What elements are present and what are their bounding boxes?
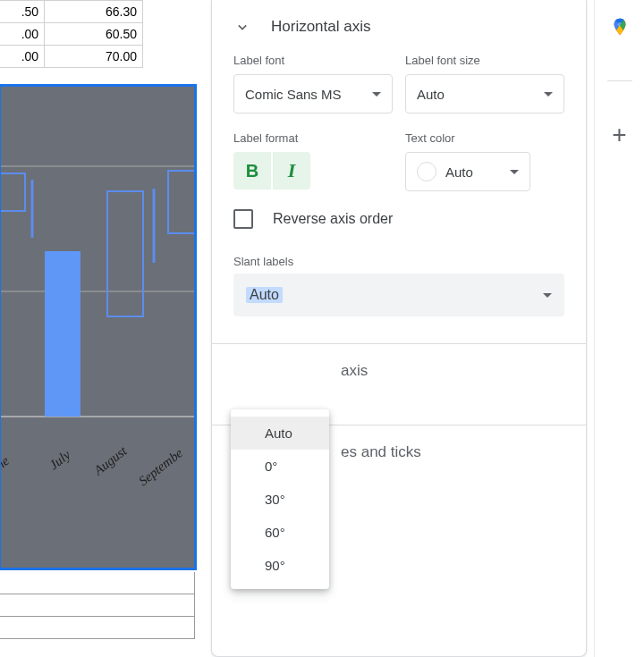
cell[interactable]: .00 (0, 23, 45, 46)
embedded-chart[interactable]: ne July August Septembe (0, 86, 195, 569)
dropdown-option-0[interactable]: 0° (231, 450, 329, 483)
chevron-down-icon (233, 18, 251, 36)
slant-labels-select[interactable]: Auto (233, 274, 564, 316)
table-row: .0070.00 (0, 46, 143, 68)
section-header-horizontal-axis[interactable]: Horizontal axis (212, 0, 586, 54)
text-color-label: Text color (405, 131, 564, 145)
maps-icon[interactable] (609, 16, 631, 38)
cell[interactable]: .00 (0, 46, 45, 68)
dropdown-caret-icon (544, 92, 553, 97)
cell[interactable]: .50 (0, 1, 45, 23)
dropdown-caret-icon (372, 92, 381, 97)
label-font-size-label: Label font size (405, 54, 564, 67)
collapsed-label: es and ticks (341, 443, 421, 461)
svg-rect-5 (45, 251, 80, 417)
dropdown-caret-icon (543, 293, 552, 298)
cell[interactable]: 60.50 (45, 23, 143, 46)
svg-rect-6 (107, 191, 143, 316)
collapsed-section[interactable]: axis (212, 343, 586, 398)
spreadsheet-area: .5066.30 .0060.50 .0070.00 ne July Augus… (0, 0, 195, 657)
add-button[interactable]: + (609, 124, 631, 146)
bold-button[interactable]: B (233, 152, 271, 190)
slant-labels-dropdown: Auto 0° 30° 60° 90° (231, 409, 329, 589)
x-label: Septembe (136, 445, 185, 488)
label-font-size-value: Auto (417, 87, 445, 102)
dropdown-option-60[interactable]: 60° (231, 516, 329, 549)
table-row: .5066.30 (0, 1, 143, 23)
svg-rect-8 (168, 171, 195, 233)
label-font-value: Comic Sans MS (245, 87, 342, 102)
dropdown-option-auto[interactable]: Auto (231, 417, 329, 450)
svg-rect-3 (0, 173, 25, 211)
reverse-axis-label: Reverse axis order (273, 211, 393, 227)
label-format-label: Label format (233, 131, 393, 145)
x-label: ne (0, 453, 12, 473)
x-label: July (47, 447, 73, 472)
sheet-rows-below[interactable] (0, 572, 195, 648)
dropdown-caret-icon (510, 170, 519, 174)
dropdown-option-30[interactable]: 30° (231, 483, 329, 516)
slant-labels-label: Slant labels (233, 255, 293, 268)
collapsed-label: axis (341, 362, 368, 380)
label-font-label: Label font (233, 54, 393, 67)
label-font-select[interactable]: Comic Sans MS (233, 74, 393, 114)
side-rail: + (594, 0, 644, 657)
x-label: August (90, 443, 130, 478)
text-color-select[interactable]: Auto (405, 152, 530, 191)
text-color-value: Auto (445, 164, 473, 180)
italic-button[interactable]: I (273, 152, 310, 190)
color-swatch-icon (417, 162, 436, 181)
section-title: Horizontal axis (271, 18, 371, 36)
label-font-size-select[interactable]: Auto (405, 74, 564, 114)
cell[interactable]: 70.00 (45, 46, 143, 68)
plus-icon: + (612, 122, 626, 147)
checkbox-icon[interactable] (233, 209, 253, 229)
slant-labels-value: Auto (246, 287, 283, 303)
sheet-table[interactable]: .5066.30 .0060.50 .0070.00 (0, 0, 143, 68)
dropdown-option-90[interactable]: 90° (231, 549, 329, 582)
table-row: .0060.50 (0, 23, 143, 46)
rail-divider (607, 80, 632, 81)
cell[interactable]: 66.30 (45, 1, 143, 23)
reverse-axis-checkbox-row[interactable]: Reverse axis order (233, 209, 564, 229)
